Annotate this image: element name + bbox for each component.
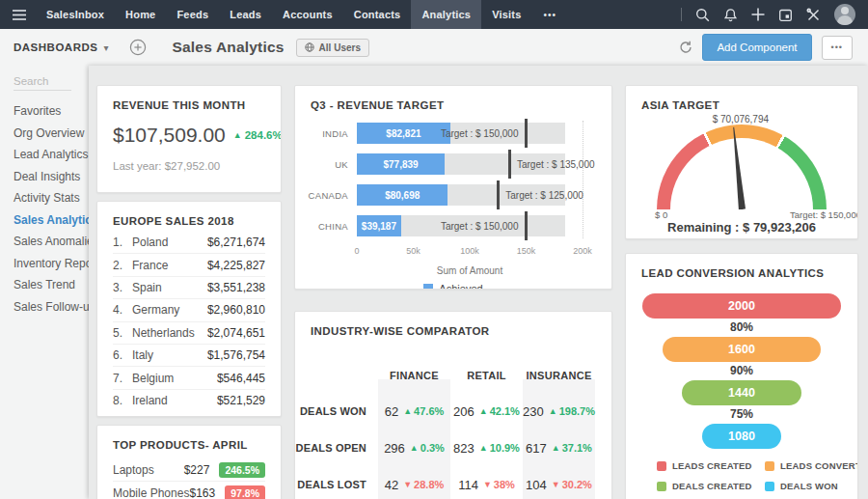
country-value: $546,445 xyxy=(217,372,265,385)
product-value: $227 xyxy=(184,463,210,477)
product-name: Mobile Phones xyxy=(113,486,189,499)
sidebar-item-deal-insights[interactable]: Deal Insights xyxy=(0,166,89,188)
menu-icon[interactable] xyxy=(0,10,36,20)
q3-category-label: UK xyxy=(335,159,348,170)
nav-tab-feeds[interactable]: Feeds xyxy=(166,0,219,29)
nav-tab-salesinbox[interactable]: SalesInbox xyxy=(36,0,115,29)
q3-bar-achieved[interactable]: $77,839 xyxy=(357,153,445,175)
funnel-stage-leads-converted[interactable]: 1600 xyxy=(663,337,822,362)
funnel-conversion-label: 75% xyxy=(730,405,753,424)
search-icon[interactable] xyxy=(695,8,710,22)
q3-track: $39,187 Target : $ 150,000 xyxy=(357,215,565,236)
revenue-amount: $107,509.00 xyxy=(113,124,226,147)
sidebar-search-input[interactable] xyxy=(14,73,71,91)
comparator-cell: 206▲42.1% xyxy=(450,393,523,430)
country-name: France xyxy=(132,259,168,272)
q3-axis-tick: 50k xyxy=(406,246,420,256)
product-delta-badge: 97.8% xyxy=(225,485,265,499)
sidebar-item-sales-anomalies[interactable]: Sales Anomalies xyxy=(0,231,89,253)
sidebar-item-favorites[interactable]: Favorites xyxy=(0,100,89,123)
dashboard-more-button[interactable]: ••• xyxy=(822,36,853,60)
country-value: $1,576,754 xyxy=(207,348,265,362)
funnel-stage-leads-created[interactable]: 2000 xyxy=(642,293,841,319)
list-item: 5.Netherlands$2,074,651 xyxy=(113,322,265,345)
q3-target-marker xyxy=(508,150,511,179)
q3-target-marker xyxy=(525,211,528,240)
trend-arrow-icon: ▼ xyxy=(552,480,560,489)
dashboards-dropdown[interactable]: DASHBOARDS ▾ xyxy=(0,42,108,53)
sidebar-item-sales-follow-up[interactable]: Sales Follow-up T xyxy=(0,296,89,319)
nav-tab-home[interactable]: Home xyxy=(115,0,166,29)
nav-tab-accounts[interactable]: Accounts xyxy=(272,0,343,29)
q3-target-marker xyxy=(525,119,528,148)
rank: 2. xyxy=(113,259,132,272)
quick-create-plus-icon[interactable] xyxy=(751,8,765,21)
notifications-bell-icon[interactable] xyxy=(723,8,738,22)
cell-delta: ▼38% xyxy=(483,479,515,490)
cell-value: 296 xyxy=(384,441,405,456)
gauge-min-label: $ 0 xyxy=(655,209,667,220)
cell-value: 62 xyxy=(385,404,398,419)
q3-axis-tick: 150k xyxy=(517,246,536,256)
gauge-value-label: $ 70,076,794 xyxy=(713,114,769,125)
comparator-cell: 62▲47.6% xyxy=(378,393,450,430)
nav-tab-leads[interactable]: Leads xyxy=(219,0,272,29)
cell-value: 206 xyxy=(453,404,475,419)
nav-tab-contacts[interactable]: Contacts xyxy=(343,0,412,29)
sidebar-item-sales-analytics[interactable]: Sales Analytics xyxy=(0,209,89,232)
add-component-button[interactable]: Add Component xyxy=(702,34,811,61)
add-dashboard-button[interactable] xyxy=(129,39,147,56)
card-lead-conversion: LEAD CONVERSION ANALYTICS 2000 80% 1600 … xyxy=(625,253,858,499)
q3-target-label: Target : $ 150,000 xyxy=(441,128,519,139)
list-item: 8.Ireland$521,529 xyxy=(113,390,265,412)
legend-swatch xyxy=(765,482,774,491)
rank: 3. xyxy=(113,281,132,294)
cell-delta: ▲42.1% xyxy=(479,405,520,417)
q3-bar-achieved[interactable]: $39,187 xyxy=(357,215,401,236)
sidebar-item-activity-stats[interactable]: Activity Stats xyxy=(0,187,89,209)
comparator-column-header: RETAIL xyxy=(450,358,523,393)
q3-axis-label: Sum of Amount xyxy=(357,265,583,276)
q3-bar-achieved[interactable]: $82,821 xyxy=(357,123,450,144)
navbar-divider xyxy=(681,8,682,21)
trend-arrow-icon: ▲ xyxy=(410,443,419,453)
card-top-products: TOP PRODUCTS- APRIL Laptops $227 246.5% … xyxy=(96,425,282,499)
card-title: LEAD CONVERSION ANALYTICS xyxy=(626,254,857,279)
comparator-cell: 104▼30.2% xyxy=(523,466,595,499)
sidebar-item-lead-analytics[interactable]: Lead Analytics xyxy=(0,144,89,166)
legend-swatch xyxy=(657,482,666,491)
user-avatar[interactable] xyxy=(834,4,855,25)
comparator-table: FINANCE RETAIL INSURANCE DEALS WON 62▲47… xyxy=(295,358,611,499)
funnel-stage-deals-created[interactable]: 1440 xyxy=(682,380,801,405)
gauge-remaining-label: Remaining : $ 79,923,206 xyxy=(626,220,857,235)
header-actions: Add Component ••• xyxy=(679,34,868,61)
legend-label: LEADS CONVERTED xyxy=(780,460,858,471)
nav-tab-visits[interactable]: Visits xyxy=(481,0,531,29)
list-item: 7.Belgium$546,445 xyxy=(113,367,265,389)
dashboards-label: DASHBOARDS xyxy=(14,42,97,53)
sidebar-item-org-overview[interactable]: Org Overview xyxy=(0,123,89,145)
nav-tab-analytics[interactable]: Analytics xyxy=(411,0,481,29)
legend-swatch xyxy=(765,461,774,471)
q3-axis-tick: 200k xyxy=(573,246,592,256)
funnel-stage-deals-won[interactable]: 1080 xyxy=(702,424,781,449)
sidebar-item-inventory-reports[interactable]: Inventory Reports xyxy=(0,253,89,275)
cell-delta: ▲0.3% xyxy=(410,442,445,454)
q3-category-label: CHINA xyxy=(318,221,348,232)
calendar-icon[interactable] xyxy=(778,8,793,22)
card-title: INDUSTRY-WISE COMPARATOR xyxy=(295,312,611,337)
card-title: Q3 - REVENUE TARGET xyxy=(295,86,611,111)
nav-more-button[interactable]: ••• xyxy=(532,10,569,20)
country-name: Germany xyxy=(132,303,179,317)
settings-tools-icon[interactable] xyxy=(806,8,821,22)
revenue-delta: ▲ 284.6% xyxy=(233,129,282,141)
q3-axis-tick: 100k xyxy=(460,246,479,256)
all-users-badge[interactable]: All Users xyxy=(296,39,369,57)
q3-target-label: Target : $ 135,000 xyxy=(517,159,595,170)
all-users-label: All Users xyxy=(319,42,361,53)
legend-label: Achieved xyxy=(439,283,482,290)
cell-value: 823 xyxy=(453,441,475,456)
refresh-button[interactable] xyxy=(679,41,692,54)
sidebar-item-sales-trend[interactable]: Sales Trend xyxy=(0,274,89,296)
q3-bar-achieved[interactable]: $80,698 xyxy=(357,184,448,206)
